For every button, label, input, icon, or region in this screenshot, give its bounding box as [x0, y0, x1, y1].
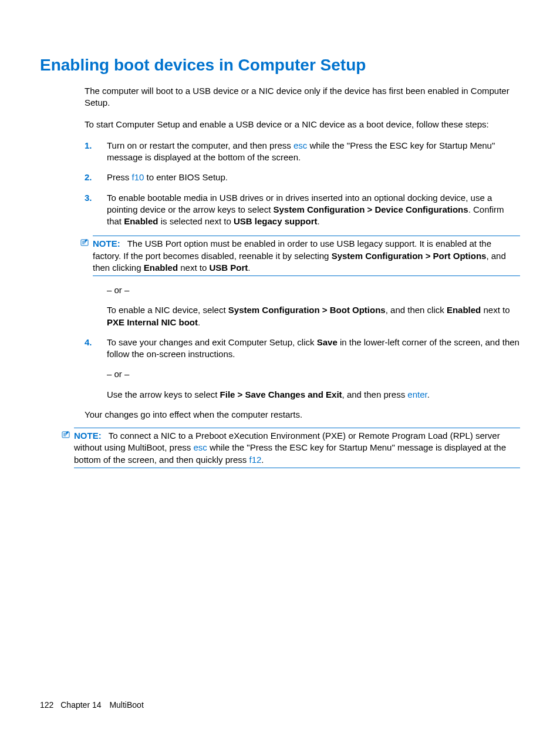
step-number: 3. [85, 192, 107, 228]
step-4: 4. To save your changes and exit Compute… [85, 337, 520, 401]
note-icon [61, 431, 70, 442]
intro-paragraph-2: To start Computer Setup and enable a USB… [85, 119, 520, 130]
step-1: 1. Turn on or restart the computer, and … [85, 140, 520, 164]
steps-list-cont: 4. To save your changes and exit Compute… [85, 337, 520, 401]
note-block-1: NOTE:The USB Port option must be enabled… [93, 236, 520, 328]
step-2: 2. Press f10 to enter BIOS Setup. [85, 172, 520, 183]
step-3-alt: To enable a NIC device, select System Co… [107, 304, 520, 328]
step-body: Turn on or restart the computer, and the… [107, 140, 520, 164]
page-number: 122 [40, 700, 53, 710]
page-heading: Enabling boot devices in Computer Setup [40, 56, 520, 75]
esc-key: esc [193, 442, 207, 452]
step-body: To enable bootable media in USB drives o… [107, 192, 520, 228]
chapter-label: Chapter 14 [60, 700, 101, 710]
step-number: 2. [85, 172, 107, 183]
step-number: 4. [85, 337, 107, 401]
step-number: 1. [85, 140, 107, 164]
note-label: NOTE: [74, 431, 102, 441]
or-separator: – or – [107, 284, 520, 296]
intro-section: The computer will boot to a USB device o… [85, 85, 520, 130]
note-block-2: NOTE:To connect a NIC to a Preboot eXecu… [74, 428, 520, 468]
or-separator: – or – [107, 368, 520, 380]
note-text: NOTE:To connect a NIC to a Preboot eXecu… [74, 430, 520, 466]
note-icon [80, 238, 89, 250]
intro-paragraph-1: The computer will boot to a USB device o… [85, 85, 520, 109]
chapter-title: MultiBoot [109, 700, 143, 710]
step-body: To save your changes and exit Computer S… [107, 337, 520, 401]
note-text: NOTE:The USB Port option must be enabled… [93, 238, 520, 274]
steps-list: 1. Turn on or restart the computer, and … [85, 140, 520, 228]
f10-key: f10 [132, 172, 144, 182]
f12-key: f12 [249, 455, 262, 465]
page-footer: 122 Chapter 14 MultiBoot [40, 700, 144, 710]
closing-paragraph: Your changes go into effect when the com… [85, 409, 520, 421]
step-3: 3. To enable bootable media in USB drive… [85, 192, 520, 228]
note-label: NOTE: [93, 238, 120, 248]
enter-key: enter [407, 389, 427, 399]
esc-key: esc [294, 140, 307, 150]
step-body: Press f10 to enter BIOS Setup. [107, 172, 520, 183]
